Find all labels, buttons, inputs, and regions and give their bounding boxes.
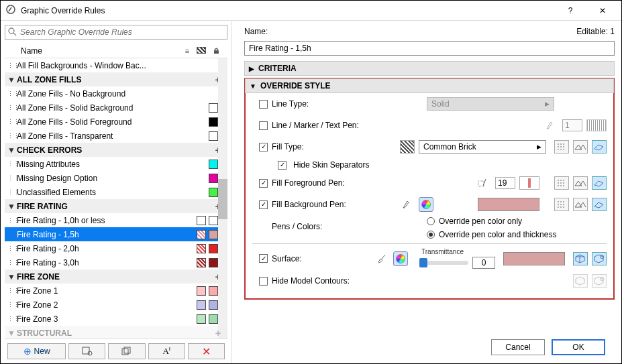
grip-icon[interactable]: ⋮⋮ [7, 105, 14, 111]
grip-icon[interactable]: ⋮⋮ [7, 245, 14, 252]
delete-button[interactable]: ✕ [188, 343, 225, 359]
ok-button[interactable]: OK [552, 339, 605, 355]
fg-cat-cover-icon[interactable] [573, 176, 588, 190]
svg-line-1 [13, 33, 16, 36]
surface-label: Surface: [272, 254, 302, 263]
swatch [209, 216, 218, 225]
close-button[interactable]: ✕ [589, 1, 616, 21]
fill-cat-cover-icon[interactable] [573, 140, 588, 154]
swatch [209, 244, 218, 253]
transmittance-input[interactable] [472, 257, 495, 269]
rule-group[interactable]: ▼STRUCTURAL+ [5, 326, 227, 339]
rule-item[interactable]: ⋮⋮Fire Rating - 1,5h [5, 227, 227, 241]
rule-item[interactable]: ⋮⋮All Zone Fills - Solid Foreground [5, 115, 227, 129]
rule-item[interactable]: ⋮⋮Missing Design Option [5, 171, 227, 185]
rule-item[interactable]: ⋮⋮Missing Attributes [5, 157, 227, 171]
rules-list[interactable]: ⋮⋮All Fill Backgrounds - Window Bac...▼A… [5, 58, 227, 339]
grip-icon[interactable]: ⋮⋮ [7, 175, 14, 182]
fill-fg-input[interactable] [495, 177, 515, 189]
surface-cut-icon[interactable] [573, 252, 588, 265]
surface-color-button[interactable] [393, 251, 408, 266]
col-name[interactable]: Name [21, 46, 179, 56]
surface-uncut-icon[interactable] [592, 252, 607, 265]
rule-group[interactable]: ▼ALL ZONE FILLS+ [5, 72, 227, 86]
rule-group[interactable]: ▼FIRE ZONE+ [5, 269, 227, 284]
override-section[interactable]: ▼ OVERRIDE STYLE [245, 78, 614, 93]
rule-item[interactable]: ⋮⋮Fire Rating - 3,0h [5, 255, 227, 269]
chevron-down-icon: ▼ [7, 328, 14, 338]
fg-cat-drafting-icon[interactable] [554, 176, 569, 190]
grip-icon[interactable]: ⋮⋮ [7, 259, 14, 266]
rule-group[interactable]: ▼FIRE RATING+ [5, 199, 227, 213]
grip-icon[interactable]: ⋮⋮ [7, 288, 14, 294]
fill-cat-cut-icon[interactable] [592, 140, 607, 154]
fill-cat-drafting-icon[interactable] [554, 140, 569, 154]
grip-icon[interactable]: ⋮⋮ [7, 217, 14, 224]
radio-color-only[interactable]: Override pen color only [427, 217, 522, 226]
rule-item[interactable]: ⋮⋮Fire Zone 3 [5, 312, 227, 326]
rule-item[interactable]: ⋮⋮All Zone Fills - Solid Background [5, 101, 227, 115]
grip-icon[interactable]: ⋮⋮ [7, 302, 14, 308]
grip-icon[interactable]: ⋮⋮ [7, 316, 14, 322]
rule-item[interactable]: ⋮⋮All Zone Fills - Transparent [5, 129, 227, 143]
new-button[interactable]: ⊕ New [7, 343, 66, 359]
search-input[interactable] [5, 25, 227, 40]
bg-cat-drafting-icon[interactable] [554, 198, 569, 211]
transmittance-slider[interactable] [421, 261, 468, 265]
duplicate-button[interactable] [108, 343, 145, 359]
rule-label: Fire Rating - 2,0h [17, 244, 193, 253]
line-type-value: Solid [431, 99, 450, 109]
rule-item[interactable]: ⋮⋮Fire Zone 1 [5, 284, 227, 298]
hide-skin-checkbox[interactable] [278, 161, 287, 170]
fill-type-combo[interactable]: Common Brick▶ [419, 140, 546, 154]
grip-icon[interactable]: ⋮⋮ [7, 161, 14, 168]
surface-checkbox[interactable] [259, 254, 268, 263]
grip-icon[interactable]: ⋮⋮ [7, 133, 14, 139]
rename-button[interactable]: AI [148, 343, 185, 359]
rule-item[interactable]: ⋮⋮All Zone Fills - No Background [5, 86, 227, 101]
grip-icon[interactable]: ⋮⋮ [7, 189, 14, 196]
rule-item[interactable]: ⋮⋮Fire Rating - 2,0h [5, 241, 227, 255]
surface-swatch[interactable] [503, 252, 565, 265]
fill-fg-swatch[interactable] [519, 176, 539, 190]
swatch [209, 258, 218, 267]
swatch [197, 300, 206, 310]
fill-pattern-icon[interactable] [400, 140, 415, 154]
col-lock-icon[interactable]: 🔒︎ [209, 46, 223, 56]
help-button[interactable]: ? [557, 1, 584, 21]
line-pen-checkbox[interactable] [259, 121, 268, 130]
col-line-icon[interactable]: ≡ [179, 46, 194, 56]
fill-bg-color-button[interactable] [419, 197, 433, 212]
rule-item[interactable]: ⋮⋮All Fill Backgrounds - Window Bac... [5, 58, 227, 72]
grip-icon[interactable]: ⋮⋮ [7, 119, 14, 125]
rule-item[interactable]: ⋮⋮Fire Rating - 1,0h or less [5, 213, 227, 227]
scrollbar-thumb[interactable] [218, 179, 227, 219]
radio-color-thickness[interactable]: Override pen color and thickness [427, 230, 556, 239]
hide-contours-checkbox[interactable] [259, 277, 268, 286]
rule-item[interactable]: ⋮⋮Fire Zone 2 [5, 298, 227, 312]
criteria-section[interactable]: ▶ CRITERIA [244, 61, 615, 76]
fill-bg-checkbox[interactable] [259, 200, 268, 209]
options-button[interactable] [68, 343, 105, 359]
grip-icon[interactable]: ⋮⋮ [7, 62, 14, 69]
rule-group[interactable]: ▼CHECK ERRORS+ [5, 143, 227, 157]
chevron-down-icon: ▼ [250, 82, 256, 90]
group-label: STRUCTURAL [17, 328, 209, 338]
rule-item[interactable]: ⋮⋮Unclassified Elements [5, 185, 227, 199]
line-pen-input [562, 119, 582, 131]
col-fill-icon[interactable] [194, 46, 209, 56]
line-type-checkbox[interactable] [259, 100, 268, 109]
rule-label: Unclassified Elements [17, 188, 205, 197]
add-icon[interactable]: + [211, 327, 225, 339]
name-input[interactable] [244, 41, 615, 56]
grip-icon[interactable]: ⋮⋮ [7, 231, 14, 238]
chevron-right-icon: ▶ [249, 65, 254, 72]
grip-icon[interactable]: ⋮⋮ [7, 90, 14, 97]
fill-bg-swatch[interactable] [478, 198, 539, 211]
bg-cat-cut-icon[interactable] [592, 198, 607, 211]
fg-cat-cut-icon[interactable] [592, 176, 607, 190]
fill-fg-checkbox[interactable] [259, 179, 268, 188]
fill-type-checkbox[interactable] [259, 143, 268, 151]
bg-cat-cover-icon[interactable] [573, 198, 588, 211]
cancel-button[interactable]: Cancel [491, 339, 545, 355]
